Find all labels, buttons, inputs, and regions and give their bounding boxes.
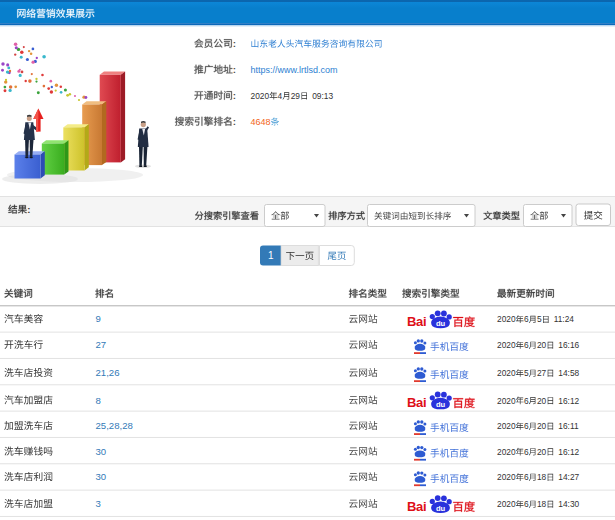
- svg-text:16:12: 16:12: [558, 447, 579, 457]
- svg-text:25,28,28: 25,28,28: [96, 420, 133, 431]
- svg-text:2020: 2020: [497, 340, 516, 350]
- svg-text:6: 6: [524, 340, 529, 350]
- svg-text:16:11: 16:11: [558, 421, 579, 431]
- svg-text:6: 6: [524, 499, 529, 509]
- svg-text:2020: 2020: [497, 396, 516, 406]
- svg-text:du: du: [436, 319, 446, 328]
- svg-text:3: 3: [96, 498, 101, 509]
- svg-text:09:13: 09:13: [312, 91, 333, 101]
- svg-text:4648: 4648: [251, 117, 271, 127]
- svg-text:6: 6: [524, 314, 529, 324]
- svg-text:30: 30: [96, 446, 107, 457]
- svg-text:16:12: 16:12: [558, 396, 579, 406]
- svg-text:1: 1: [268, 250, 274, 261]
- svg-text:2020: 2020: [251, 91, 270, 101]
- svg-text:5: 5: [524, 368, 529, 378]
- svg-text:18: 18: [537, 472, 547, 482]
- svg-text:5: 5: [537, 314, 542, 324]
- svg-text:9: 9: [96, 313, 101, 324]
- svg-text::: :: [233, 90, 236, 101]
- svg-text:14:27: 14:27: [558, 472, 579, 482]
- svg-text:29: 29: [291, 91, 301, 101]
- svg-text:6: 6: [524, 421, 529, 431]
- svg-text:18: 18: [537, 499, 547, 509]
- svg-text:21,26: 21,26: [96, 367, 120, 378]
- svg-text:du: du: [436, 504, 446, 513]
- svg-text:20: 20: [537, 447, 547, 457]
- svg-text:Bai: Bai: [407, 314, 426, 329]
- svg-text:8: 8: [96, 395, 101, 406]
- svg-text:6: 6: [524, 472, 529, 482]
- svg-text:30: 30: [96, 471, 107, 482]
- svg-text::: :: [233, 64, 236, 75]
- svg-text::: :: [233, 38, 236, 49]
- svg-text:14:30: 14:30: [558, 499, 579, 509]
- svg-text:2020: 2020: [497, 314, 516, 324]
- svg-text:20: 20: [537, 396, 547, 406]
- svg-text:20: 20: [537, 340, 547, 350]
- svg-text:Bai: Bai: [407, 499, 426, 514]
- svg-text:2020: 2020: [497, 421, 516, 431]
- svg-text:https://www.lrtlsd.com: https://www.lrtlsd.com: [251, 65, 338, 75]
- svg-text:6: 6: [524, 447, 529, 457]
- svg-text::: :: [27, 204, 30, 215]
- svg-text:16:16: 16:16: [558, 340, 579, 350]
- svg-text:2020: 2020: [497, 472, 516, 482]
- svg-text::: :: [233, 116, 236, 127]
- svg-text:11:24: 11:24: [554, 314, 575, 324]
- svg-text:du: du: [436, 400, 446, 409]
- svg-text:2020: 2020: [497, 499, 516, 509]
- svg-text:14:58: 14:58: [558, 368, 579, 378]
- svg-text:Bai: Bai: [407, 395, 426, 410]
- svg-text:27: 27: [96, 339, 107, 350]
- svg-text:6: 6: [524, 396, 529, 406]
- svg-text:27: 27: [537, 368, 547, 378]
- svg-text:4: 4: [278, 91, 283, 101]
- svg-text:2020: 2020: [497, 447, 516, 457]
- svg-text:20: 20: [537, 421, 547, 431]
- svg-text:2020: 2020: [497, 368, 516, 378]
